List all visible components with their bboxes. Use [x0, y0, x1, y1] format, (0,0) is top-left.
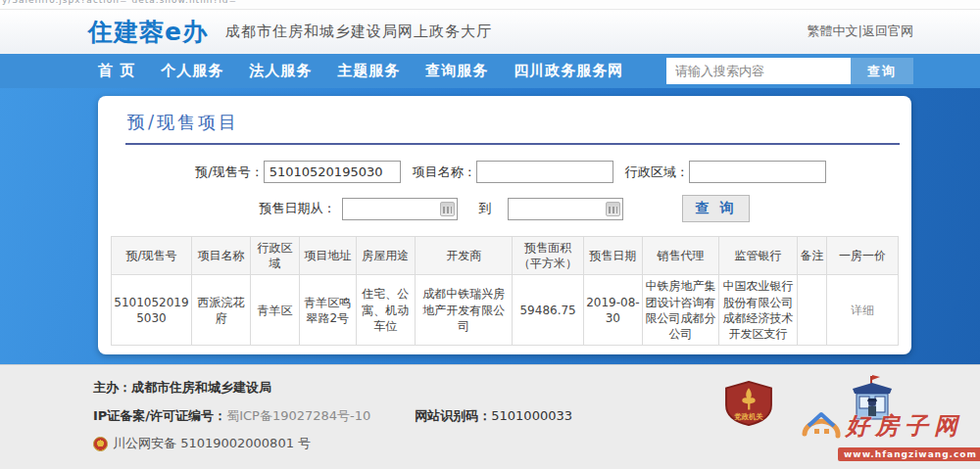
- site-logo[interactable]: 住建蓉e办: [88, 16, 208, 48]
- site-subtitle: 成都市住房和城乡建设局网上政务大厅: [225, 23, 492, 41]
- header-remark: 备注: [798, 237, 827, 275]
- cell-remark: [798, 275, 827, 346]
- return-official-link[interactable]: 返回官网: [862, 23, 913, 38]
- header-usage: 房屋用途: [356, 237, 415, 275]
- cell-district: 青羊区: [251, 275, 300, 346]
- nav-item-sichuan-portal[interactable]: 四川政务服务网: [514, 62, 623, 80]
- date-to-label: 到: [479, 200, 492, 217]
- site-header: 住建蓉e办 成都市住房和城乡建设局网上政务大厅 繁體中文|返回官网: [0, 10, 980, 54]
- header-presale-no: 预/现售号: [112, 237, 192, 275]
- calendar-icon[interactable]: [440, 202, 455, 216]
- search-input[interactable]: [666, 58, 851, 84]
- page-footer: 主办：成都市住房和城乡建设局 IP证备案/许可证编号：蜀ICP备19027284…: [0, 364, 980, 469]
- cell-address: 青羊区鸣翠路2号: [299, 275, 356, 346]
- nav-search: 查询: [666, 58, 913, 84]
- search-form-row-1: 预/现售号： 项目名称： 行政区域：: [98, 161, 911, 183]
- nav-item-query[interactable]: 查询服务: [425, 62, 488, 80]
- header-sales-agent: 销售代理: [642, 237, 718, 275]
- clipped-browser-text: y/SaleInfo.jspx?action= deta.show.html?i…: [0, 0, 980, 10]
- form-query-button[interactable]: 查 询: [682, 195, 751, 222]
- search-button[interactable]: 查询: [851, 58, 913, 84]
- cell-developer: 成都中铁瑞兴房地产开发有限公司: [415, 275, 513, 346]
- nav-item-personal[interactable]: 个人服务: [161, 62, 223, 80]
- unit-price-detail-link[interactable]: 详细: [851, 304, 874, 317]
- cell-area: 59486.75: [513, 275, 583, 346]
- table-row: 51010520195030 西派浣花府 青羊区 青羊区鸣翠路2号 住宅、公寓、…: [112, 275, 899, 346]
- header-developer: 开发商: [415, 237, 513, 275]
- cell-project-name: 西派浣花府: [191, 275, 250, 346]
- watermark-site-name: 好房子网: [846, 410, 963, 442]
- search-form-row-2: 预售日期从： 到 查 询: [98, 195, 911, 222]
- site-id-label: 网站识别码：: [415, 408, 491, 423]
- header-project-name: 项目名称: [191, 237, 250, 275]
- nav-item-topics[interactable]: 主题服务: [337, 62, 400, 80]
- calendar-icon[interactable]: [606, 202, 620, 216]
- icp-label: IP证备案/许可证编号：: [93, 408, 226, 423]
- cell-sales-agent: 中铁房地产集团设计咨询有限公司成都分公司: [642, 275, 718, 346]
- footer-host: 主办：成都市住房和城乡建设局: [0, 365, 980, 397]
- icp-number[interactable]: 蜀ICP备19027284号-10: [226, 408, 370, 423]
- svg-text:党政机关: 党政机关: [733, 412, 763, 421]
- cell-bank: 中国农业银行股份有限公司成都经济技术开发区支行: [718, 275, 797, 346]
- date-from-label: 预售日期从：: [260, 200, 336, 217]
- header-district: 行政区域: [251, 237, 300, 275]
- police-record-link[interactable]: 川公网安备 51019002000801 号: [113, 435, 311, 452]
- district-input[interactable]: [689, 161, 826, 183]
- nav-item-home[interactable]: 首 页: [98, 62, 135, 80]
- gov-agency-badge-icon[interactable]: 党政机关: [720, 381, 777, 426]
- presale-no-input[interactable]: [264, 161, 401, 183]
- cell-presale-date: 2019-08-30: [583, 275, 642, 346]
- table-header-row: 预/现售号 项目名称 行政区域 项目地址 房屋用途 开发商 预售面积（平方米） …: [112, 237, 899, 275]
- cell-presale-no: 51010520195030: [112, 275, 192, 346]
- header-address: 项目地址: [299, 237, 356, 275]
- watermark: 好房子网 www.hfangziwang.com: [799, 406, 980, 461]
- project-name-label: 项目名称：: [413, 164, 476, 181]
- site-id-value: 5101000033: [491, 408, 572, 423]
- nav-item-corporate[interactable]: 法人服务: [249, 62, 312, 80]
- title-divider: [125, 143, 900, 145]
- police-emblem-icon: [93, 437, 108, 451]
- lang-switch-link[interactable]: 繁體中文: [808, 23, 858, 38]
- header-presale-date: 预售日期: [583, 237, 642, 275]
- cell-usage: 住宅、公寓、机动车位: [356, 275, 415, 346]
- project-name-input[interactable]: [476, 161, 613, 183]
- district-label: 行政区域：: [625, 164, 689, 181]
- presale-no-label: 预/现售号：: [195, 164, 263, 181]
- header-links: 繁體中文|返回官网: [808, 23, 913, 40]
- presale-table: 预/现售号 项目名称 行政区域 项目地址 房屋用途 开发商 预售面积（平方米） …: [111, 236, 899, 346]
- content-background: 预/现售项目 预/现售号： 项目名称： 行政区域： 预售日期从： 到 查 询: [0, 88, 980, 364]
- watermark-site-url: www.hfangziwang.com: [838, 447, 980, 461]
- header-unit-price: 一房一价: [826, 237, 898, 275]
- header-bank: 监管银行: [718, 237, 797, 275]
- main-nav: 首 页 个人服务 法人服务 主题服务 查询服务 四川政务服务网 查询: [0, 54, 980, 88]
- page-title: 预/现售项目: [98, 96, 911, 143]
- house-logo-icon: [799, 406, 844, 446]
- presale-panel: 预/现售项目 预/现售号： 项目名称： 行政区域： 预售日期从： 到 查 询: [98, 96, 911, 354]
- header-area: 预售面积（平方米）: [513, 237, 583, 275]
